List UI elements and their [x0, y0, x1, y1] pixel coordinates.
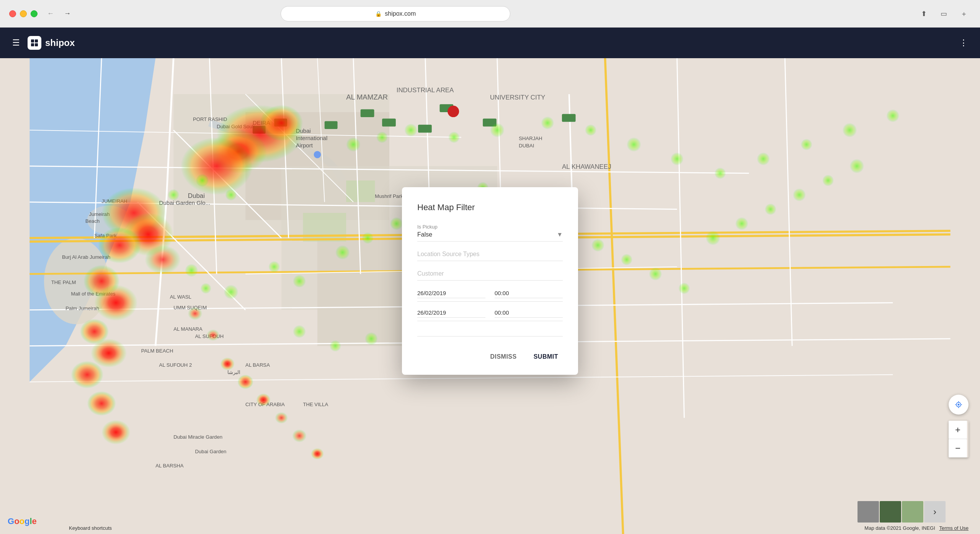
customer-input[interactable]: [417, 270, 563, 277]
modal-title: Heat Map Filter: [417, 202, 563, 212]
close-traffic-light[interactable]: [9, 10, 16, 17]
time-from-input[interactable]: [495, 290, 563, 298]
chevron-down-icon: ▼: [557, 231, 563, 238]
traffic-lights: [9, 10, 38, 17]
url-text: shipox.com: [385, 10, 416, 17]
modal-overlay: Heat Map Filter Is Pickup False ▼: [0, 28, 980, 534]
heat-map-filter-modal: Heat Map Filter Is Pickup False ▼: [402, 187, 578, 375]
time-from-field: [495, 290, 563, 298]
is-pickup-label: Is Pickup: [417, 224, 563, 230]
extra-field-row: [417, 329, 563, 336]
date-from-input[interactable]: [417, 290, 485, 298]
maximize-traffic-light[interactable]: [31, 10, 38, 17]
address-bar[interactable]: 🔒 shipox.com: [281, 6, 510, 21]
browser-actions: ⬆ ▭ ＋: [917, 7, 971, 21]
app-container: ☰ shipox ⋮: [0, 28, 980, 534]
location-source-types-field: [417, 251, 563, 261]
customer-field: [417, 270, 563, 281]
minimize-traffic-light[interactable]: [20, 10, 27, 17]
back-button[interactable]: ←: [44, 7, 57, 21]
share-button[interactable]: ⬆: [917, 7, 931, 21]
modal-actions: DISMISS SUBMIT: [417, 344, 563, 363]
date-to-input[interactable]: [417, 309, 485, 318]
browser-chrome: ← → 🔒 shipox.com ⬆ ▭ ＋: [0, 0, 980, 28]
date-to-row: [417, 309, 563, 321]
lock-icon: 🔒: [375, 11, 382, 17]
is-pickup-select[interactable]: False: [417, 231, 557, 238]
new-tab-button[interactable]: ＋: [957, 7, 971, 21]
is-pickup-field: Is Pickup False ▼: [417, 224, 563, 242]
submit-button[interactable]: SUBMIT: [529, 350, 563, 363]
location-source-types-input[interactable]: [417, 251, 563, 258]
sidebar-button[interactable]: ▭: [937, 7, 951, 21]
browser-nav: ← →: [44, 7, 74, 21]
date-from-field: [417, 290, 485, 298]
is-pickup-dropdown-wrapper: False ▼: [417, 231, 563, 238]
date-from-row: [417, 290, 563, 302]
forward-button[interactable]: →: [60, 7, 74, 21]
time-to-field: [495, 309, 563, 318]
date-to-field: [417, 309, 485, 318]
time-to-input[interactable]: [495, 309, 563, 318]
dismiss-button[interactable]: DISMISS: [485, 350, 521, 363]
